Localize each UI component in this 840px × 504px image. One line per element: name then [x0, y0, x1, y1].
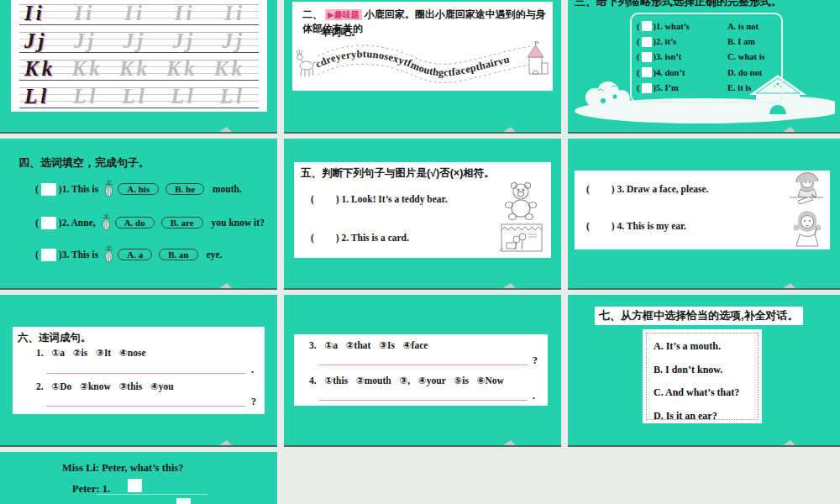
question5-title: 五、判断下列句子与图片是(√)否(×)相符。	[301, 166, 495, 181]
corn-icon	[101, 213, 112, 233]
staff-row-Ll: Ll Ll Ll Ll Ll	[19, 87, 259, 108]
paren-close: )	[336, 194, 339, 204]
teddy-bear-icon	[501, 182, 539, 221]
slide-word-snake[interactable]: 二、▶趣味题小鹿回家。圈出小鹿回家途中遇到的与身体部位有关的 单词吧。 cdre…	[284, 0, 561, 134]
letter-pair-trace: Kk	[214, 57, 245, 80]
page-curl-decoration	[219, 283, 232, 288]
answer-box	[642, 83, 652, 93]
answer-box	[642, 52, 652, 62]
dialogue-option: A. It’s a mouth.	[643, 335, 739, 359]
choice-item: ()3. This is A. a B. an eye.	[35, 244, 223, 265]
match-row: ()1. what’s A. is not	[637, 21, 781, 31]
paren-open: (	[637, 22, 640, 31]
letter-pair-trace: Jj	[123, 29, 146, 52]
paren-open: (	[586, 184, 590, 194]
option-pill-B: B. he	[165, 183, 204, 195]
choice-item: ()1. This is A. his B. he mouth.	[35, 179, 242, 199]
page-curl-decoration	[503, 127, 516, 132]
page-curl-decoration	[783, 127, 795, 132]
answer-line	[46, 406, 246, 407]
slide-matching[interactable]: 三、给下列缩略形式选择正确的完整形式。	[568, 0, 840, 134]
paren-open: (	[35, 218, 39, 228]
answer-box	[41, 217, 56, 229]
svg-text:cdreyerybtunosexytfmouthgctfac: cdreyerybtunosexytfmouthgctfacepthairvu	[313, 48, 511, 78]
order-item: 4. ①this ②mouth ③, ④your ⑤is ⑥Now	[309, 375, 504, 386]
slide-dialogue-options[interactable]: 七、从方框中选择恰当的选项,补全对话。 A. It’s a mouth. B. …	[568, 295, 840, 447]
slide-word-choice[interactable]: 四、选词填空，完成句子。 ()1. This is A. his B. he m…	[0, 139, 277, 290]
full-form-option: C. what is	[727, 52, 765, 61]
numbered-words: ①this ②mouth ③, ④your ⑤is ⑥Now	[325, 375, 504, 386]
letter-pair-trace: Ii	[175, 2, 196, 24]
paren-open: (	[586, 221, 590, 231]
letter-pair-trace: Jj	[173, 29, 196, 52]
item-number: 2.	[36, 381, 44, 391]
word-snake-graphic: cdreyerybtunosexytfmouthgctfacepthairvu	[296, 40, 549, 89]
slide-sentence-order-continued[interactable]: 3. ①a ②that ③Is ④face ? 4. ①this ②mouth …	[284, 295, 561, 447]
answer-line	[97, 494, 207, 495]
dialogue-option: D. Is it an ear?	[643, 405, 739, 428]
answer-box	[41, 183, 56, 196]
page-curl-decoration	[503, 440, 516, 445]
paren-close: )	[612, 221, 615, 231]
option-pill-B: B. are	[161, 217, 203, 228]
full-form-option: E. it is	[727, 83, 751, 92]
castle-icon	[528, 41, 548, 74]
sentence-end: eye.	[207, 249, 223, 260]
judge-sentence: 1. Look! It’s a teddy bear.	[342, 194, 448, 204]
staff-row-Kk: Kk Kk Kk Kk Kk	[19, 60, 259, 81]
item-number: 4.	[309, 375, 317, 386]
judge-sentence: 3. Draw a face, please.	[617, 184, 709, 194]
answer-box	[128, 479, 142, 492]
slide-true-false-continued[interactable]: () 3. Draw a face, please. () 4. This is…	[568, 139, 840, 290]
answer-box	[642, 67, 652, 77]
order-item: 3. ①a ②that ③Is ④face	[309, 339, 428, 351]
answer-line	[319, 400, 528, 401]
slide-dialogue-fill[interactable]: Miss Li: Peter, what’s this? Peter: 1.	[0, 452, 277, 504]
answer-box	[176, 498, 191, 504]
choice-item: ()2. Anne, A. do B. are you know it?	[35, 213, 265, 233]
question6-title: 六、连词成句。	[18, 331, 92, 345]
end-punctuation: ?	[533, 354, 538, 367]
letter-pair-trace: Ii	[124, 2, 145, 24]
true-false-card: 五、判断下列句子与图片是(√)否(×)相符。 () 1. Look! It’s …	[294, 162, 551, 258]
answer-box	[642, 21, 652, 31]
letter-pair-trace: Ll	[171, 85, 197, 108]
letter-pair-trace: Kk	[71, 57, 102, 80]
page-curl-decoration	[219, 440, 232, 445]
dialogue-option-box: A. It’s a mouth. B. I don’t know. C. And…	[643, 329, 762, 423]
slide-sentence-order[interactable]: 六、连词成句。 1. ①a ②is ③It ④nose . 2. ①Do ②kn…	[0, 295, 277, 447]
end-punctuation: .	[533, 390, 535, 402]
page-curl-decoration	[783, 283, 795, 288]
paren-open: (	[637, 83, 640, 92]
numbered-words: ①Do ②know ③this ④you	[52, 381, 174, 391]
abbreviation: 3. isn’t	[656, 52, 681, 61]
full-form-option: A. is not	[727, 22, 759, 31]
paren-open: (	[311, 233, 314, 243]
answer-box	[642, 37, 652, 47]
letter-pair-bold: Kk	[24, 57, 55, 80]
deer-icon	[297, 50, 316, 76]
dialogue-option: C. And what’s that?	[643, 381, 739, 405]
slide-true-false[interactable]: 五、判断下列句子与图片是(√)否(×)相符。 () 1. Look! It’s …	[284, 139, 561, 290]
corn-icon	[103, 244, 114, 265]
question3-title: 三、给下列缩略形式选择正确的完整形式。	[575, 0, 782, 9]
letter-pair-trace: Kk	[119, 57, 150, 80]
letter-pair-trace: Kk	[166, 57, 197, 80]
paren-open: (	[35, 184, 39, 194]
judge-item: () 2. This is a card.	[311, 233, 409, 243]
full-form-option: D. do not	[727, 68, 762, 77]
abbreviation: 4. don’t	[656, 68, 685, 77]
slide-handwriting[interactable]: Ii Ii Ii Ii Ii Jj Jj Jj Jj Jj Kk	[0, 0, 277, 134]
item-number: 1.	[36, 348, 44, 358]
end-punctuation: ?	[251, 396, 256, 408]
full-form-option: B. I am	[727, 37, 755, 46]
abbreviation: 1. what’s	[656, 22, 690, 31]
letter-pair-trace: Jj	[74, 29, 97, 52]
girl-pointing-ear-icon	[790, 209, 825, 248]
sentence-end: you know it?	[212, 218, 265, 228]
option-pill-B: B. an	[159, 249, 197, 260]
letter-pair-trace: Ii	[224, 2, 245, 24]
paren-open: (	[637, 68, 640, 77]
page-curl-decoration	[503, 283, 516, 288]
order-item: 1. ①a ②is ③It ④nose	[36, 347, 146, 359]
